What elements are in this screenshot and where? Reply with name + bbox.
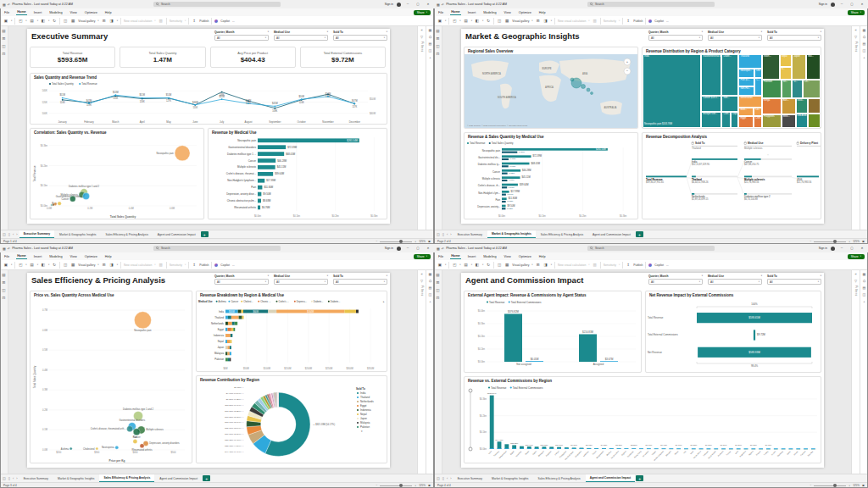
page-tab[interactable]: Agent and Commission Impact bbox=[153, 230, 200, 238]
visual-decomp[interactable]: Revenue Decomposition AnalysisSold ToTha… bbox=[642, 132, 821, 219]
treemap-node[interactable] bbox=[808, 98, 821, 113]
publish-icon[interactable]: ↥ bbox=[626, 263, 631, 268]
add-pane-icon[interactable]: + bbox=[863, 55, 865, 59]
visual-treemap[interactable]: Revenue Distribution by Region & Product… bbox=[642, 47, 821, 129]
expand-pane-icon[interactable]: « bbox=[854, 272, 856, 276]
bookmarks-pane-icon[interactable]: ◫ bbox=[863, 292, 866, 297]
fit-to-page-icon[interactable]: ▣ bbox=[428, 240, 431, 243]
zoom-in-icon[interactable]: + bbox=[849, 240, 850, 243]
avatar[interactable] bbox=[831, 247, 835, 251]
undo-icon[interactable]: ↶ bbox=[8, 247, 10, 251]
visual-price_scatter[interactable]: Price vs. Sales Quantity Across Medical … bbox=[30, 291, 192, 463]
treemap-node[interactable]: Japan bbox=[792, 54, 806, 80]
undo-icon[interactable]: ↶ bbox=[442, 247, 444, 251]
share-button[interactable]: Share▾ bbox=[414, 10, 431, 15]
report-view-icon[interactable]: ▤ bbox=[2, 273, 5, 277]
slicer-dropdown[interactable]: All▾ bbox=[648, 279, 703, 285]
dax-query-view-icon[interactable]: ⊡ bbox=[437, 296, 440, 300]
maximize-button[interactable]: ▢ bbox=[849, 247, 855, 250]
fit-to-page-icon[interactable]: ▣ bbox=[862, 240, 865, 243]
sign-in-link[interactable]: Sign in bbox=[819, 247, 827, 250]
minimize-button[interactable]: ─ bbox=[838, 247, 845, 250]
zoom-out-icon[interactable]: − bbox=[810, 484, 812, 487]
undo-icon[interactable]: ↶ bbox=[442, 3, 444, 7]
format-pane-icon[interactable]: ⛭ bbox=[863, 279, 865, 283]
data-pane-icon[interactable]: ▤ bbox=[429, 42, 432, 46]
filters-pane-collapsed[interactable]: « ▽ Filters bbox=[851, 26, 860, 230]
filters-pane-collapsed[interactable]: « ▽ Filters bbox=[417, 26, 426, 230]
maximize-button[interactable]: ▢ bbox=[415, 247, 421, 250]
publish-label[interactable]: Publish bbox=[633, 263, 643, 267]
menu-view[interactable]: View bbox=[70, 10, 78, 15]
transform-icon[interactable]: ◧ bbox=[475, 263, 480, 268]
menu-modeling[interactable]: Modeling bbox=[48, 10, 63, 15]
text-box-icon[interactable]: ⊞ bbox=[102, 19, 107, 24]
sign-in-link[interactable]: Sign in bbox=[385, 3, 393, 6]
visual-donut_regions[interactable]: Revenue Contribution by Region$1.18M —$4… bbox=[196, 375, 387, 463]
visualizations-pane-icon[interactable]: ▦ bbox=[863, 272, 866, 276]
new-visual-icon[interactable]: ◫ bbox=[63, 19, 68, 24]
bookmarks-pane-icon[interactable]: ◫ bbox=[429, 292, 432, 297]
filters-pane-collapsed[interactable]: « ▽ Filters bbox=[417, 270, 426, 474]
new-visual-icon[interactable]: ◫ bbox=[63, 263, 68, 268]
menu-file[interactable]: File bbox=[437, 254, 444, 259]
report-view-icon[interactable]: ▤ bbox=[436, 273, 439, 277]
data-view-icon[interactable]: ⊞ bbox=[437, 280, 440, 285]
zoom-slider[interactable] bbox=[380, 241, 412, 242]
page-tab[interactable]: Market & Geographic Insights bbox=[55, 230, 100, 238]
page-tab[interactable]: Market & Geographic Insights bbox=[487, 474, 532, 482]
mobile-layout-icon[interactable]: ▯ bbox=[442, 232, 445, 236]
publish-label[interactable]: Publish bbox=[199, 263, 209, 267]
treemap-node[interactable]: Mal... bbox=[806, 54, 821, 80]
page-tab[interactable]: Executive Summary bbox=[453, 230, 487, 238]
transform-icon[interactable]: ◧ bbox=[41, 19, 46, 24]
minimize-button[interactable]: ─ bbox=[838, 3, 845, 6]
zoom-slider[interactable] bbox=[814, 241, 846, 242]
publish-label[interactable]: Publish bbox=[199, 19, 209, 23]
treemap-node[interactable] bbox=[808, 114, 821, 128]
fit-to-page-icon[interactable]: ▣ bbox=[428, 484, 431, 487]
get-data-icon[interactable]: ◰ bbox=[18, 19, 23, 24]
visual-gallery-label[interactable]: Visual gallery bbox=[512, 263, 529, 267]
kpi-card[interactable]: Avg Price per Product$404.43 bbox=[210, 47, 296, 68]
treemap-node[interactable]: Mexi... bbox=[782, 114, 796, 128]
prev-page-icon[interactable]: ‹ bbox=[12, 232, 14, 236]
close-button[interactable]: ✕ bbox=[859, 3, 865, 6]
treemap-node[interactable]: N... bbox=[780, 67, 793, 80]
toolbar-more-button[interactable]: ... bbox=[666, 263, 669, 267]
dataset-icon[interactable]: ▤ bbox=[30, 263, 35, 268]
transform-icon[interactable]: ◧ bbox=[475, 19, 480, 24]
dataset-icon[interactable]: ▤ bbox=[30, 19, 35, 24]
visual-rev_by_medical[interactable]: Revenue by Medical Use$0.0bn$0.1bn$0.2bn… bbox=[208, 128, 387, 219]
data-view-icon[interactable]: ⊞ bbox=[437, 36, 440, 41]
get-data-icon[interactable]: ◰ bbox=[18, 263, 23, 268]
visual-corr_scatter[interactable]: Correlation: Sales Quantity vs. Revenue$… bbox=[30, 128, 204, 219]
report-view-icon[interactable]: ▤ bbox=[2, 29, 5, 33]
menu-file[interactable]: File bbox=[3, 254, 10, 259]
menu-file[interactable]: File bbox=[3, 10, 10, 15]
data-pane-icon[interactable]: ▤ bbox=[863, 286, 866, 290]
shapes-icon[interactable]: ◨ bbox=[109, 19, 114, 24]
page-tab[interactable]: Executive Summary bbox=[19, 230, 54, 238]
search-input[interactable]: Search bbox=[153, 246, 281, 252]
copilot-label[interactable]: Copilot bbox=[654, 263, 664, 267]
visual-kpis[interactable]: Total Revenue$593.65MTotal Sales Quantit… bbox=[30, 47, 387, 69]
copilot-icon[interactable] bbox=[648, 263, 652, 267]
share-button[interactable]: Share▾ bbox=[414, 254, 431, 259]
expand-pane-icon[interactable]: « bbox=[420, 28, 422, 32]
publish-icon[interactable]: ↥ bbox=[192, 19, 197, 24]
menu-help[interactable]: Help bbox=[538, 254, 547, 259]
menu-optimize[interactable]: Optimize bbox=[518, 254, 532, 259]
treemap-node[interactable]: Croh... bbox=[721, 112, 731, 128]
treemap-node[interactable]: Gastrointestinal disor... bbox=[701, 54, 721, 96]
model-view-icon[interactable]: ◫ bbox=[436, 288, 439, 292]
refresh-icon[interactable]: ↻ bbox=[486, 19, 491, 24]
get-data-icon[interactable]: ◰ bbox=[452, 19, 457, 24]
treemap-node[interactable]: Kenya bbox=[762, 98, 782, 114]
visual-gallery-icon[interactable]: ▦ bbox=[70, 19, 75, 24]
copilot-label[interactable]: Copilot bbox=[220, 263, 230, 267]
treemap-node[interactable]: Depres... bbox=[731, 112, 738, 128]
zoom-out-icon[interactable]: − bbox=[376, 240, 378, 243]
search-input[interactable]: Search bbox=[153, 2, 281, 8]
zoom-slider[interactable] bbox=[814, 485, 846, 486]
